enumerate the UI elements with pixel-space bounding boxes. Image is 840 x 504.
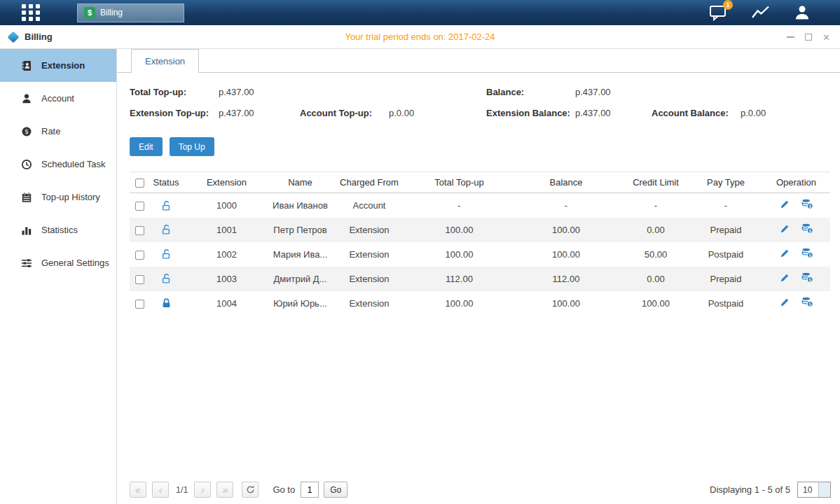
tab-extension[interactable]: Extension (131, 49, 199, 73)
column-header-pay-type[interactable]: Pay Type (689, 172, 762, 193)
goto-page-input[interactable] (301, 482, 319, 498)
first-page-button[interactable] (130, 482, 146, 498)
select-all-checkbox[interactable] (135, 178, 144, 188)
edit-pencil-icon[interactable] (780, 223, 790, 236)
row-checkbox[interactable] (135, 251, 144, 260)
summary-label: Account Top-up: (300, 106, 389, 120)
billing-dollar-icon (84, 7, 95, 18)
sidebar-item-label: Top-up History (41, 192, 100, 202)
top-up-button[interactable]: Top Up (170, 137, 214, 156)
edit-pencil-icon[interactable] (780, 248, 790, 260)
cell-charged-from: Extension (330, 218, 408, 242)
column-header-status[interactable]: Status (149, 172, 183, 193)
sidebar-item-top-up-history[interactable]: Top-up History (0, 181, 116, 214)
table-header-row: StatusExtensionNameCharged FromTotal Top… (130, 172, 830, 193)
top-up-coins-icon[interactable]: $ (801, 248, 813, 260)
refresh-icon (246, 485, 255, 494)
last-page-icon (222, 485, 228, 495)
app-launcher-grid-icon[interactable] (21, 4, 41, 22)
sidebar-item-scheduled-task[interactable]: Scheduled Task (0, 148, 116, 181)
sidebar-item-statistics[interactable]: Statistics (0, 214, 116, 246)
user-account-icon[interactable] (794, 4, 811, 21)
next-page-button[interactable] (194, 482, 211, 498)
prev-page-button[interactable] (152, 482, 169, 498)
table-row[interactable]: 1004Юрий Юрь...Extension100.00100.00100.… (130, 291, 830, 316)
table-row[interactable]: 1003Дмитрий Д...Extension112.00112.000.0… (130, 267, 830, 291)
goto-label: Go to (273, 484, 295, 495)
svg-text:$: $ (808, 228, 811, 234)
cell-total-topup: 100.00 (408, 291, 510, 316)
edit-pencil-icon[interactable] (780, 272, 790, 285)
statistics-chart-icon[interactable] (751, 4, 770, 21)
summary-field-total-top-up: Total Top-up:p.437.00 (130, 85, 300, 99)
operation-cell: $ (762, 291, 830, 316)
summary-label: Extension Balance: (486, 106, 575, 120)
sidebar-item-extension[interactable]: Extension (0, 49, 116, 82)
summary-grid: Total Top-up:p.437.00Balance:p.437.00Ext… (130, 85, 831, 120)
table-row[interactable]: 1001Петр ПетровExtension100.00100.000.00… (130, 218, 830, 242)
column-header-operation[interactable]: Operation (762, 172, 830, 193)
bar-chart-icon (21, 225, 32, 236)
last-page-button[interactable] (216, 482, 233, 498)
trial-notice: Your trial period ends on: 2017-02-24 (0, 31, 840, 42)
cell-name: Дмитрий Д... (270, 267, 330, 291)
taskbar-billing-tab[interactable]: Billing (77, 4, 184, 22)
edit-button[interactable]: Edit (130, 137, 163, 156)
column-header-extension[interactable]: Extension (183, 172, 270, 193)
top-up-coins-icon[interactable]: $ (801, 272, 813, 285)
minimize-icon[interactable] (787, 36, 794, 38)
column-header-total-top-up[interactable]: Total Top-up (408, 172, 510, 193)
row-checkbox[interactable] (135, 226, 144, 235)
cell-total-topup: - (408, 193, 510, 218)
checkbox-cell (130, 218, 149, 242)
page-size-select[interactable]: 10 (797, 482, 831, 498)
column-header-balance[interactable]: Balance (510, 172, 622, 193)
status-unlocked-icon (161, 224, 172, 235)
sidebar-item-general-settings[interactable]: General Settings (0, 246, 116, 279)
operation-cell: $ (762, 242, 830, 267)
top-up-coins-icon[interactable]: $ (801, 223, 813, 236)
svg-text:$: $ (808, 204, 811, 209)
sidebar-item-account[interactable]: Account (0, 82, 116, 115)
cell-pay-type: Prepaid (689, 267, 762, 291)
close-icon[interactable] (822, 31, 830, 43)
refresh-button[interactable] (242, 482, 259, 498)
window-content: ExtensionAccount$RateScheduled TaskTop-u… (0, 49, 840, 504)
status-cell (149, 218, 183, 242)
line-chart-icon (751, 4, 770, 21)
cell-balance: 112.00 (510, 267, 622, 291)
messages-icon[interactable]: 1 (709, 4, 727, 21)
sidebar-item-label: Scheduled Task (41, 159, 106, 169)
top-up-coins-icon[interactable]: $ (801, 297, 813, 309)
summary-value: p.0.00 (389, 108, 414, 118)
displaying-info: Displaying 1 - 5 of 5 (710, 484, 790, 495)
summary-field-account-top-up: Account Top-up:p.0.00 (300, 106, 486, 120)
row-checkbox[interactable] (135, 300, 144, 309)
sliders-icon (21, 258, 32, 269)
edit-pencil-icon[interactable] (780, 297, 790, 309)
cell-balance: - (510, 193, 622, 218)
select-all-cell (130, 172, 149, 193)
top-up-coins-icon[interactable]: $ (801, 199, 813, 211)
table-row[interactable]: 1000Иван ИвановAccount----$ (130, 193, 830, 218)
sidebar-item-rate[interactable]: $Rate (0, 115, 116, 148)
sidebar-item-label: Extension (41, 60, 85, 71)
maximize-icon[interactable] (805, 34, 812, 41)
column-header-name[interactable]: Name (270, 172, 330, 193)
column-header-charged-from[interactable]: Charged From (330, 172, 408, 193)
table-row[interactable]: 1002Мария Ива...Extension100.00100.0050.… (130, 242, 830, 267)
edit-pencil-icon[interactable] (780, 199, 790, 211)
svg-text:$: $ (808, 277, 811, 283)
extension-icon (21, 60, 32, 71)
account-icon (21, 93, 32, 104)
summary-field-balance: Balance:p.437.00 (486, 85, 652, 99)
summary-value: p.437.00 (219, 108, 254, 118)
status-cell (149, 193, 183, 218)
main-panel: Extension Total Top-up:p.437.00Balance:p… (117, 49, 840, 504)
row-checkbox[interactable] (135, 202, 144, 211)
cell-balance: 100.00 (510, 291, 622, 316)
row-checkbox[interactable] (135, 275, 144, 284)
go-button[interactable]: Go (324, 482, 347, 498)
column-header-credit-limit[interactable]: Credit Limit (622, 172, 689, 193)
dropdown-caret-icon (818, 482, 830, 497)
